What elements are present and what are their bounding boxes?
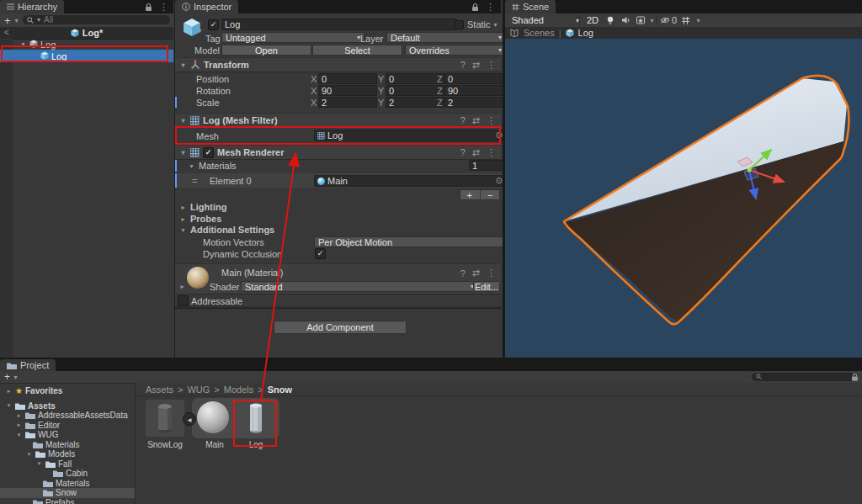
foldout-closed-icon[interactable]: ▸ <box>5 388 13 395</box>
drag-handle-icon[interactable]: = <box>192 176 197 186</box>
breadcrumb-assets[interactable]: Assets <box>146 385 173 395</box>
asset-label-log[interactable]: Log <box>231 440 281 449</box>
foldout-open-icon[interactable]: ▾ <box>5 402 13 409</box>
create-button[interactable]: + <box>4 371 10 383</box>
tree-item-favorites[interactable]: ▸ ★ Favorites <box>0 386 135 396</box>
gizmos-caret-icon[interactable]: ▾ <box>694 17 702 24</box>
static-label[interactable]: Static <box>467 19 491 29</box>
addressable-checkbox[interactable] <box>178 295 189 306</box>
tree-item-materials2[interactable]: Materials <box>0 479 135 489</box>
hierarchy-row-log-root[interactable]: ▾ Log <box>13 39 173 50</box>
scene-breadcrumb-target[interactable]: Log <box>578 28 593 38</box>
overrides-dropdown[interactable]: Overrides▾ <box>405 45 506 56</box>
foldout-open-icon[interactable]: ▾ <box>179 61 187 69</box>
tab-inspector[interactable]: Inspector <box>175 0 238 13</box>
static-checkbox[interactable] <box>455 20 464 29</box>
breadcrumb-models[interactable]: Models <box>224 385 253 395</box>
add-element-button[interactable]: + <box>460 190 481 200</box>
tag-dropdown[interactable]: Untagged▾ <box>221 32 364 43</box>
lighting-foldout-icon[interactable]: ▸ <box>179 204 187 211</box>
breadcrumb-snow[interactable]: Snow <box>268 385 292 395</box>
shader-edit-button[interactable]: Edit... <box>473 281 500 292</box>
help-icon[interactable]: ? <box>460 115 466 125</box>
effects-caret-icon[interactable]: ▾ <box>648 17 656 24</box>
lighting-label[interactable]: Lighting <box>190 202 226 212</box>
scale-z-field[interactable]: 2 <box>444 97 505 108</box>
kebab-menu-icon[interactable]: ⋮ <box>487 60 496 71</box>
position-z-field[interactable]: 0 <box>444 73 505 84</box>
kebab-menu-icon[interactable]: ⋮ <box>159 2 168 13</box>
scene-effects-icon[interactable] <box>636 16 646 24</box>
foldout-open-icon[interactable]: ▾ <box>25 451 33 458</box>
shader-dropdown[interactable]: Standard▾ <box>241 281 478 292</box>
shading-mode-dropdown[interactable]: Shaded▾ <box>508 15 583 25</box>
object-picker-icon[interactable]: ⊙ <box>496 177 503 185</box>
tree-item-wug[interactable]: ▾ WUG <box>0 430 135 440</box>
help-icon[interactable]: ? <box>460 147 466 157</box>
tree-item-addressableassetsdata[interactable]: ▸ AddressableAssetsData <box>0 411 135 421</box>
rotation-z-field[interactable]: 90 <box>444 85 505 96</box>
hierarchy-search-input[interactable]: ▾ All <box>23 15 170 24</box>
foldout-open-icon[interactable]: ▾ <box>35 460 43 467</box>
help-icon[interactable]: ? <box>460 268 466 279</box>
scene-viewport[interactable] <box>505 39 862 358</box>
position-x-field[interactable]: 0 <box>318 73 377 84</box>
probes-foldout-icon[interactable]: ▸ <box>179 215 187 223</box>
lock-icon[interactable] <box>851 373 859 381</box>
position-y-field[interactable]: 0 <box>386 73 444 84</box>
presets-icon[interactable]: ⇄ <box>472 115 480 126</box>
kebab-menu-icon[interactable]: ⋮ <box>487 147 496 158</box>
tree-item-assets[interactable]: ▾ Assets <box>0 401 135 411</box>
additional-settings-foldout-icon[interactable]: ▾ <box>179 226 187 234</box>
asset-label-snowlog[interactable]: SnowLog <box>140 440 190 449</box>
scale-y-field[interactable]: 2 <box>386 97 444 108</box>
tree-item-editor[interactable]: ▸ Editor <box>0 421 135 431</box>
foldout-open-icon[interactable]: ▾ <box>19 40 27 48</box>
materials-foldout-icon[interactable]: ▾ <box>188 162 195 170</box>
foldout-closed-icon[interactable]: ▸ <box>15 412 23 419</box>
asset-snowlog-thumbnail[interactable] <box>146 400 184 437</box>
search-filter-caret-icon[interactable]: ▾ <box>36 16 41 24</box>
materials-label[interactable]: Materials <box>199 161 237 171</box>
scenes-breadcrumb-label[interactable]: Scenes <box>524 28 555 38</box>
foldout-open-icon[interactable]: ▾ <box>179 149 187 157</box>
foldout-open-icon[interactable]: ▾ <box>15 432 23 438</box>
scale-x-field[interactable]: 2 <box>318 97 377 108</box>
tab-project[interactable]: Project <box>0 359 56 371</box>
material-foldout-icon[interactable]: ▸ <box>178 283 186 290</box>
create-caret-icon[interactable]: ▾ <box>13 17 20 24</box>
add-component-button[interactable]: Add Component <box>274 321 407 334</box>
scene-lighting-icon[interactable] <box>606 16 615 25</box>
tree-item-prefabs[interactable]: Prefabs <box>0 498 135 504</box>
lock-icon[interactable] <box>145 3 152 12</box>
kebab-menu-icon[interactable]: ⋮ <box>486 2 495 13</box>
kebab-menu-icon[interactable]: ⋮ <box>487 115 496 126</box>
asset-log-thumbnail[interactable] <box>241 401 271 435</box>
tree-item-fall[interactable]: ▾ Fall <box>0 459 135 470</box>
presets-icon[interactable]: ⇄ <box>472 268 480 279</box>
static-caret-icon[interactable]: ▾ <box>492 21 499 29</box>
additional-settings-label[interactable]: Additional Settings <box>190 225 274 235</box>
create-caret-icon[interactable]: ▾ <box>12 374 19 381</box>
project-search-input[interactable] <box>752 373 854 381</box>
scene-audio-icon[interactable] <box>622 16 631 24</box>
foldout-closed-icon[interactable]: ▸ <box>15 422 23 428</box>
remove-element-button[interactable]: − <box>481 190 501 200</box>
presets-icon[interactable]: ⇄ <box>472 60 480 71</box>
hierarchy-row-log-child-selected[interactable]: Log <box>0 50 173 62</box>
rotation-x-field[interactable]: 90 <box>318 85 377 96</box>
asset-main-thumbnail[interactable] <box>197 401 229 433</box>
probes-label[interactable]: Probes <box>190 214 221 224</box>
model-select-button[interactable]: Select <box>312 45 402 56</box>
subasset-collapse-button[interactable]: ◀ <box>183 412 196 426</box>
materials-count-field[interactable]: 1 <box>469 160 506 171</box>
layer-dropdown[interactable]: Default▾ <box>386 32 506 43</box>
breadcrumb-wug[interactable]: WUG <box>187 385 210 395</box>
name-field[interactable]: Log <box>221 19 457 30</box>
mesh-renderer-header[interactable]: ▾ ✓ Mesh Renderer ? ⇄ ⋮ <box>175 145 501 160</box>
tree-item-models[interactable]: ▾ Models <box>0 449 135 459</box>
hidden-objects-eye-icon[interactable] <box>660 17 670 24</box>
2d-toggle-button[interactable]: 2D <box>583 15 602 25</box>
gameobject-icon-caret[interactable]: ▾ <box>196 27 204 34</box>
lock-icon[interactable] <box>471 3 479 12</box>
